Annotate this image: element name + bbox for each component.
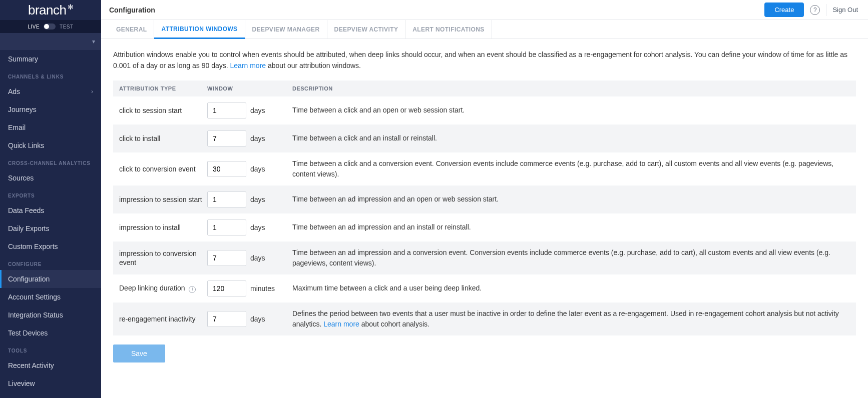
table-row: re-engagement inactivitydaysDefines the … [113, 302, 856, 336]
window-unit: days [250, 134, 265, 142]
sidebar-item-ads[interactable]: Ads› [0, 82, 101, 100]
tab-general[interactable]: GENERAL [109, 20, 154, 38]
description-cell: Time between an ad impression and an ope… [288, 194, 852, 204]
window-unit: days [250, 106, 265, 114]
env-toggle[interactable]: LIVE TEST [0, 20, 101, 33]
sidebar-item-daily-exports[interactable]: Daily Exports [0, 220, 101, 238]
content: Attribution windows enable you to contro… [101, 39, 868, 398]
window-input[interactable] [207, 220, 246, 236]
sidebar-item-email[interactable]: Email [0, 118, 101, 136]
intro-part2: about our attribution windows. [266, 62, 361, 70]
attribution-type-cell: click to conversion event [117, 164, 207, 174]
nav-label: Daily Exports [8, 224, 49, 232]
toggle-track[interactable] [44, 24, 56, 30]
description-cell: Maximum time between a click and a user … [288, 283, 852, 294]
nav-label: Journeys [8, 106, 37, 114]
main: Configuration Create ? Sign Out GENERAL … [101, 0, 868, 398]
description-cell: Time between a click and a conversion ev… [288, 158, 852, 180]
page-title: Configuration [109, 6, 155, 14]
description-cell: Time between a click and an open or web … [288, 105, 852, 116]
table-row: impression to conversion eventdaysTime b… [113, 242, 856, 274]
table-header: ATTRIBUTION TYPE WINDOW DESCRIPTION [113, 80, 856, 96]
window-unit: days [250, 165, 265, 173]
nav-label: Ads [8, 88, 20, 96]
desc-text: about cohort analysis. [359, 320, 429, 328]
attribution-table: ATTRIBUTION TYPE WINDOW DESCRIPTION clic… [113, 80, 856, 336]
nav-label: Integration Status [8, 311, 63, 319]
tab-attribution-windows[interactable]: ATTRIBUTION WINDOWS [154, 20, 245, 39]
sidebar-item-summary[interactable]: Summary [0, 50, 101, 68]
window-cell: days [207, 161, 288, 177]
sidebar-item-recent-activity[interactable]: Recent Activity [0, 356, 101, 374]
window-input[interactable] [207, 130, 246, 146]
sidebar-item-quick-links[interactable]: Quick Links [0, 136, 101, 154]
window-input[interactable] [207, 280, 246, 296]
sidebar-item-test-devices[interactable]: Test Devices [0, 324, 101, 342]
nav-label: Summary [8, 55, 38, 63]
signout-link[interactable]: Sign Out [832, 6, 860, 14]
learn-more-link[interactable]: Learn more [230, 62, 266, 70]
window-input[interactable] [207, 311, 246, 327]
table-row: click to session startdaysTime between a… [113, 96, 856, 124]
description-cell: Time between an ad impression and a conv… [288, 248, 852, 268]
nav-header-channels: CHANNELS & LINKS [0, 68, 101, 82]
divider [826, 4, 826, 16]
sidebar-item-integration-status[interactable]: Integration Status [0, 306, 101, 324]
table-row: impression to session startdaysTime betw… [113, 186, 856, 214]
tab-alert-notifications[interactable]: ALERT NOTIFICATIONS [405, 20, 492, 38]
info-icon[interactable]: i [189, 286, 196, 293]
header-attribution-type: ATTRIBUTION TYPE [117, 86, 207, 92]
window-unit: days [250, 254, 265, 262]
help-icon[interactable]: ? [810, 5, 820, 15]
sidebar-item-data-feeds[interactable]: Data Feeds [0, 202, 101, 220]
nav-header-configure: CONFIGURE [0, 256, 101, 270]
tab-deepview-activity[interactable]: DEEPVIEW ACTIVITY [327, 20, 406, 38]
sidebar-item-custom-exports[interactable]: Custom Exports [0, 238, 101, 256]
attribution-type-cell: impression to session start [117, 195, 207, 204]
sidebar-item-journeys[interactable]: Journeys [0, 100, 101, 118]
learn-more-link[interactable]: Learn more [323, 320, 359, 328]
create-button[interactable]: Create [764, 2, 804, 17]
sidebar-item-account-settings[interactable]: Account Settings [0, 288, 101, 306]
tab-deepview-manager[interactable]: DEEPVIEW MANAGER [245, 20, 327, 38]
attribution-type-cell: click to install [117, 134, 207, 143]
sidebar-item-configuration[interactable]: Configuration [0, 270, 101, 288]
window-input[interactable] [207, 192, 246, 208]
nav-label: Test Devices [8, 329, 48, 337]
app-selector[interactable]: ▾ [0, 33, 101, 50]
toggle-thumb [44, 24, 49, 29]
header-window: WINDOW [207, 86, 288, 92]
chevron-down-icon: ▾ [92, 38, 95, 45]
env-live-label: LIVE [28, 24, 40, 30]
window-unit: days [250, 315, 265, 323]
save-button[interactable]: Save [113, 344, 165, 362]
sidebar: branch✻ LIVE TEST ▾ Summary CHANNELS & L… [0, 0, 101, 398]
nav-header-analytics: CROSS-CHANNEL ANALYTICS [0, 154, 101, 169]
window-cell: days [207, 311, 288, 327]
nav-label: Configuration [8, 275, 50, 283]
attribution-type-cell: impression to conversion event [117, 249, 207, 267]
window-unit: minutes [250, 284, 275, 292]
logo-text: branch [28, 2, 67, 18]
header-description: DESCRIPTION [288, 86, 852, 92]
nav-label: Custom Exports [8, 242, 58, 250]
window-cell: days [207, 102, 288, 118]
window-input[interactable] [207, 102, 246, 118]
table-row: impression to installdaysTime between an… [113, 214, 856, 242]
description-cell: Defines the period between two events th… [288, 308, 852, 330]
nav-label: Recent Activity [8, 362, 54, 370]
attribution-type-cell: click to session start [117, 106, 207, 115]
attribution-type-cell: Deep linking duration i [117, 284, 207, 293]
window-input[interactable] [207, 250, 246, 266]
window-input[interactable] [207, 161, 246, 177]
chevron-right-icon: › [91, 88, 93, 95]
window-cell: days [207, 220, 288, 236]
table-row: Deep linking duration iminutesMaximum ti… [113, 274, 856, 302]
nav-label: Quick Links [8, 142, 44, 150]
sidebar-item-sources[interactable]: Sources [0, 169, 101, 187]
window-cell: days [207, 130, 288, 146]
intro-text: Attribution windows enable you to contro… [113, 49, 856, 72]
nav-label: Liveview [8, 380, 35, 388]
sidebar-item-liveview[interactable]: Liveview [0, 374, 101, 392]
env-test-label: TEST [60, 24, 74, 30]
